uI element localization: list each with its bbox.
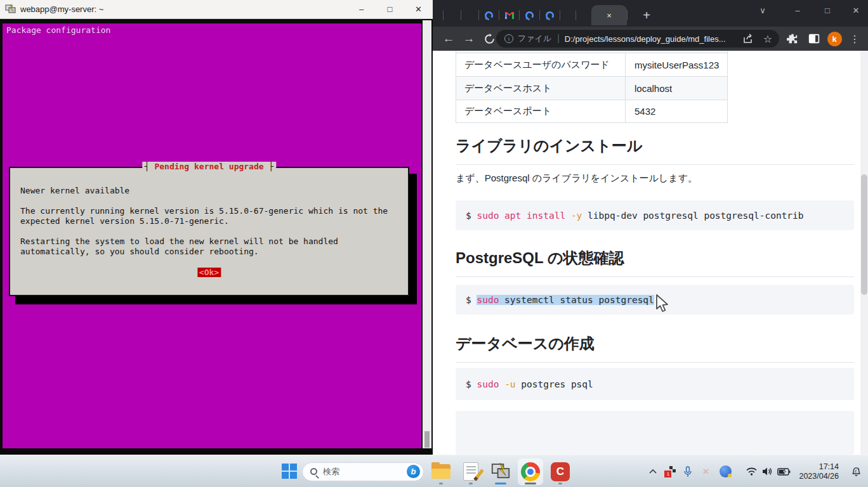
background-tab[interactable] xyxy=(461,5,478,25)
terminal-scrollbar[interactable] xyxy=(423,20,431,448)
browser-window: × + ∨ – □ ✕ ← → i ファイル | D:/projects/les… xyxy=(433,0,868,455)
putty-icon xyxy=(5,4,16,14)
tray-chevron-up-icon[interactable] xyxy=(645,469,661,474)
bing-chat-icon[interactable]: b xyxy=(407,465,420,478)
forward-icon[interactable]: → xyxy=(459,27,478,51)
browser-menu-dots-icon[interactable]: ⋮ xyxy=(845,27,864,51)
browser-maximize-button[interactable]: □ xyxy=(818,3,837,18)
windows-start-button[interactable] xyxy=(282,464,298,479)
taskbar-file-explorer[interactable] xyxy=(428,458,454,485)
address-bar[interactable]: i ファイル | D:/projects/lessons/deploy_guid… xyxy=(496,30,779,48)
notepad-icon xyxy=(463,462,478,481)
terminal-close-button[interactable]: ✕ xyxy=(404,0,433,19)
tab-close-icon[interactable]: × xyxy=(607,11,612,20)
browser-toolbar: ← → i ファイル | D:/projects/lessons/deploy_… xyxy=(433,27,868,51)
kernel-upgrade-dialog: ┤ Pending kernel upgrade ├ Newer kernel … xyxy=(9,167,409,296)
tray-disabled-x-icon[interactable]: × xyxy=(697,465,714,478)
browser-minimize-button[interactable]: – xyxy=(788,3,807,18)
tray-app-badge[interactable]: 1 xyxy=(661,466,679,477)
back-icon[interactable]: ← xyxy=(439,27,458,51)
background-tab[interactable] xyxy=(499,5,519,25)
bookmark-star-icon[interactable]: ☆ xyxy=(763,33,772,45)
background-tab[interactable] xyxy=(576,5,591,25)
background-tab[interactable] xyxy=(560,5,575,25)
search-placeholder: 検索 xyxy=(323,466,407,477)
background-tab[interactable] xyxy=(479,5,499,25)
svg-text:z: z xyxy=(855,469,857,473)
table-row: データベースホスト localhost xyxy=(456,76,728,100)
tab-strip: × + ∨ – □ ✕ xyxy=(433,0,868,27)
terminal-maximize-button[interactable]: □ xyxy=(376,0,404,19)
heading-create-database: データベースの作成 xyxy=(456,334,854,363)
url-text[interactable]: D:/projects/lessons/deploy_guide/md_file… xyxy=(565,34,743,44)
profile-avatar[interactable]: k xyxy=(825,27,844,51)
share-icon[interactable] xyxy=(743,34,754,44)
dialog-message-3: Restarting the system to load the new ke… xyxy=(20,237,397,257)
terminal-screen[interactable]: Package configuration ┤ Pending kernel u… xyxy=(3,23,421,448)
volume-icon[interactable] xyxy=(760,467,775,476)
table-cell-value: mysiteUserPass123 xyxy=(626,53,727,76)
background-tab[interactable] xyxy=(520,5,539,25)
page-content: データベースユーザのパスワード mysiteUserPass123 データベース… xyxy=(433,51,860,455)
table-cell-value: 5432 xyxy=(626,100,727,122)
table-row: データベースユーザのパスワード mysiteUserPass123 xyxy=(456,53,728,76)
ok-button[interactable]: <Ok> xyxy=(197,268,221,277)
dialog-message-2: The currently running kernel version is … xyxy=(20,206,397,226)
browser-menu-chevron[interactable]: ∨ xyxy=(753,3,772,18)
browser-close-button[interactable]: ✕ xyxy=(846,3,865,18)
taskbar-camtasia[interactable]: C xyxy=(548,458,573,485)
new-tab-button[interactable]: + xyxy=(638,6,655,24)
taskbar-clock[interactable]: 17:14 2023/04/26 xyxy=(799,462,839,481)
active-tab[interactable]: × xyxy=(591,5,627,25)
search-icon xyxy=(310,468,317,475)
taskbar-search[interactable]: 検索 b xyxy=(302,462,424,481)
chrome-icon xyxy=(521,462,540,481)
folder-icon xyxy=(431,464,450,479)
tray-microphone-icon[interactable] xyxy=(679,466,697,477)
terminal-minimize-button[interactable]: – xyxy=(347,0,376,19)
background-tab[interactable] xyxy=(444,5,461,25)
table-cell-label: データベースホスト xyxy=(456,77,626,100)
dialog-message-1: Newer kernel available xyxy=(20,186,397,196)
battery-icon[interactable] xyxy=(775,468,792,476)
side-panel-icon[interactable] xyxy=(805,27,824,51)
taskbar-putty[interactable] xyxy=(488,458,513,485)
code-block-create-db[interactable]: postgres=#CREATE DATABASE django_mysite_… xyxy=(456,411,854,455)
page-scrollbar-thumb[interactable] xyxy=(861,174,867,295)
extensions-puzzle-icon[interactable] xyxy=(783,27,802,51)
db-settings-table: データベースユーザのパスワード mysiteUserPass123 データベース… xyxy=(456,51,728,123)
terminal-scrollbar-thumb[interactable] xyxy=(424,431,430,448)
table-cell-label: データベースポート xyxy=(456,100,626,122)
page-info-icon[interactable]: i xyxy=(504,34,513,43)
taskbar-notepad[interactable] xyxy=(458,458,483,485)
taskbar-chrome[interactable] xyxy=(518,458,543,485)
blue-ring-favicon-icon xyxy=(545,11,555,20)
background-tab[interactable] xyxy=(540,5,560,25)
camtasia-icon: C xyxy=(551,462,570,481)
heading-postgres-status: PostgreSQL の状態確認 xyxy=(456,248,854,277)
avatar-initial: k xyxy=(827,32,842,46)
code-block-psql[interactable]: $ sudo -u postgres psql xyxy=(456,368,854,400)
wifi-icon[interactable] xyxy=(744,467,760,476)
notification-bell-dnd-icon[interactable]: z z xyxy=(848,465,864,477)
selected-text[interactable]: sudo systemctl status postgresql xyxy=(477,295,654,305)
taskbar: 検索 b xyxy=(0,455,868,487)
screen: webapp@my-server: ~ – □ ✕ Package config… xyxy=(0,0,868,487)
package-configuration-label: Package configuration xyxy=(6,25,110,35)
code-block-apt-install[interactable]: $ sudo apt install -y libpq-dev postgres… xyxy=(456,200,854,230)
blue-ring-favicon-icon xyxy=(484,11,494,20)
table-row: データベースポート 5432 xyxy=(456,100,728,123)
dialog-title: ┤ Pending kernel upgrade ├ xyxy=(142,162,277,171)
blue-sphere-icon xyxy=(720,465,732,477)
page-scrollbar[interactable] xyxy=(860,51,868,455)
clock-time: 17:14 xyxy=(799,462,839,472)
table-cell-label: データベースユーザのパスワード xyxy=(456,53,626,76)
tab-separator xyxy=(627,10,628,20)
blue-ring-favicon-icon xyxy=(525,11,534,20)
omnibox-divider: | xyxy=(557,33,560,43)
terminal-window: webapp@my-server: ~ – □ ✕ Package config… xyxy=(0,0,433,455)
terminal-titlebar[interactable]: webapp@my-server: ~ – □ ✕ xyxy=(0,0,433,19)
tray-app-sphere[interactable] xyxy=(714,465,736,477)
code-block-systemctl-status[interactable]: $ sudo systemctl status postgresql xyxy=(456,285,854,315)
gmail-favicon-icon xyxy=(505,12,514,19)
